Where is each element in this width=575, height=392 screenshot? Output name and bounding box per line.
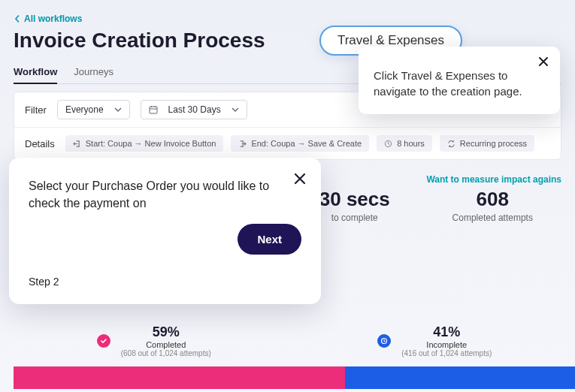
enter-icon <box>238 140 247 148</box>
incomplete-sub: (416 out of 1,024 attempts) <box>401 349 492 357</box>
completion-completed: 59% Completed (608 out of 1,024 attempts… <box>14 324 295 357</box>
completed-sub: (608 out of 1,024 attempts) <box>121 349 211 357</box>
filter-date-select[interactable]: Last 30 Days <box>141 100 247 119</box>
detail-recurring: Recurring process <box>440 135 534 152</box>
detail-hours: 8 hours <box>377 135 432 152</box>
chevron-left-icon <box>14 15 21 23</box>
impact-link[interactable]: Want to measure impact agains <box>426 174 561 185</box>
completion-bar <box>14 366 575 389</box>
metrics: 30 secs to complete 608 Completed attemp… <box>286 188 561 223</box>
close-button[interactable] <box>289 168 310 189</box>
back-link-label: All workflows <box>24 14 82 24</box>
step-indicator: Step 2 <box>29 255 301 288</box>
detail-end: End: Coupa → Save & Create <box>231 135 369 152</box>
filter-date-value: Last 30 Days <box>168 104 221 115</box>
filter-who-value: Everyone <box>65 104 104 115</box>
incomplete-pct: 41% <box>401 324 492 340</box>
details-label: Details <box>25 138 55 149</box>
step-popup: Select your Purchase Order you would lik… <box>9 158 321 304</box>
svg-rect-0 <box>150 107 157 113</box>
completed-pct: 59% <box>121 324 211 340</box>
detail-start: Start: Coupa → New Invoice Button <box>65 135 224 152</box>
incomplete-label: Incomplete <box>401 340 492 349</box>
clock-circle-icon <box>377 334 391 348</box>
tooltip-close-button[interactable] <box>534 53 552 71</box>
filter-who-select[interactable]: Everyone <box>57 100 130 119</box>
close-icon <box>293 172 307 185</box>
filter-label: Filter <box>25 104 47 116</box>
completion-section: 59% Completed (608 out of 1,024 attempts… <box>14 324 575 389</box>
tab-workflow[interactable]: Workflow <box>14 62 57 83</box>
completed-label: Completed <box>121 340 211 349</box>
clock-icon <box>384 140 392 148</box>
close-icon <box>537 56 549 68</box>
completion-incomplete: 41% Incomplete (416 out of 1,024 attempt… <box>295 324 576 357</box>
completion-bar-completed <box>14 366 345 389</box>
next-button[interactable]: Next <box>238 224 301 255</box>
tooltip-message: Click Travel & Expenses to navigate to t… <box>374 60 545 99</box>
metric-attempts-label: Completed attempts <box>424 213 562 223</box>
completion-bar-incomplete <box>345 366 575 389</box>
exit-icon <box>73 140 81 148</box>
back-link[interactable]: All workflows <box>14 14 561 24</box>
tooltip: Click Travel & Expenses to navigate to t… <box>359 47 560 114</box>
chevron-down-icon <box>114 106 122 113</box>
tab-journeys[interactable]: Journeys <box>74 62 113 83</box>
metric-attempts: 608 Completed attempts <box>424 188 562 223</box>
details-row: Details Start: Coupa → New Invoice Butto… <box>14 128 561 159</box>
check-circle-icon <box>97 334 110 348</box>
repeat-icon <box>447 140 455 148</box>
calendar-icon <box>149 105 158 114</box>
chevron-down-icon <box>232 106 239 113</box>
step-message: Select your Purchase Order you would lik… <box>29 177 301 212</box>
metric-attempts-value: 608 <box>424 188 562 211</box>
